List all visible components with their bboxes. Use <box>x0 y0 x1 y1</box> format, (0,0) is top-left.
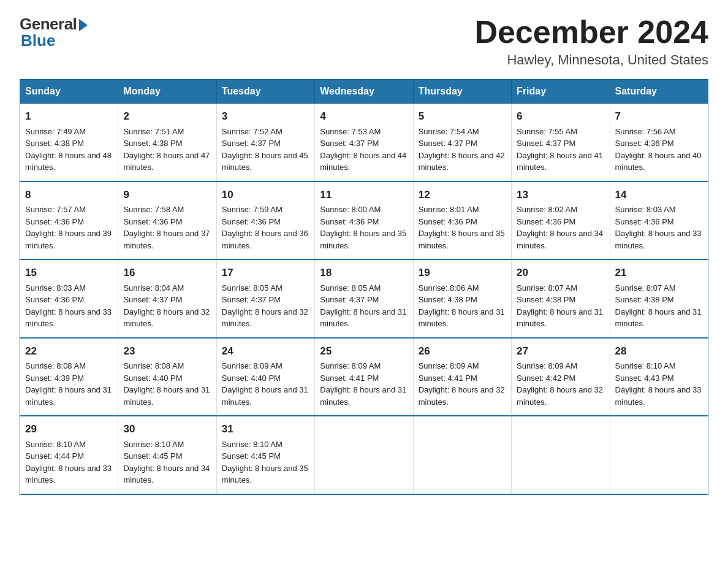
page-header: General Blue December 2024 Hawley, Minne… <box>20 15 708 68</box>
month-title: December 2024 <box>474 15 708 50</box>
day-number: 26 <box>419 343 506 359</box>
day-info: Sunrise: 8:03 AMSunset: 4:36 PMDaylight:… <box>25 283 112 329</box>
calendar-day: 13Sunrise: 8:02 AMSunset: 4:36 PMDayligh… <box>512 182 610 260</box>
day-number: 17 <box>222 265 309 281</box>
day-header-thursday: Thursday <box>413 80 511 104</box>
calendar-day: 27Sunrise: 8:09 AMSunset: 4:42 PMDayligh… <box>512 338 610 416</box>
title-block: December 2024 Hawley, Minnesota, United … <box>474 15 708 68</box>
day-info: Sunrise: 8:09 AMSunset: 4:41 PMDaylight:… <box>320 361 406 407</box>
day-info: Sunrise: 8:10 AMSunset: 4:43 PMDaylight:… <box>615 361 702 407</box>
day-info: Sunrise: 8:03 AMSunset: 4:36 PMDaylight:… <box>615 205 702 250</box>
day-number: 23 <box>123 343 211 359</box>
calendar-day: 19Sunrise: 8:06 AMSunset: 4:38 PMDayligh… <box>413 259 511 338</box>
day-header-saturday: Saturday <box>610 80 708 104</box>
day-info: Sunrise: 8:09 AMSunset: 4:40 PMDaylight:… <box>222 361 308 407</box>
day-number: 28 <box>615 343 703 359</box>
day-info: Sunrise: 7:57 AMSunset: 4:36 PMDaylight:… <box>25 205 112 250</box>
calendar-day: 29Sunrise: 8:10 AMSunset: 4:44 PMDayligh… <box>20 416 118 494</box>
day-info: Sunrise: 7:53 AMSunset: 4:37 PMDaylight:… <box>320 127 406 172</box>
day-number: 24 <box>222 343 309 359</box>
day-number: 9 <box>123 187 211 203</box>
calendar-day: 1Sunrise: 7:49 AMSunset: 4:38 PMDaylight… <box>20 104 118 182</box>
day-info: Sunrise: 7:49 AMSunset: 4:38 PMDaylight:… <box>25 127 112 172</box>
day-number: 13 <box>517 187 604 203</box>
day-info: Sunrise: 8:08 AMSunset: 4:39 PMDaylight:… <box>25 361 112 407</box>
day-number: 1 <box>25 109 113 124</box>
calendar-day: 31Sunrise: 8:10 AMSunset: 4:45 PMDayligh… <box>216 416 314 494</box>
calendar-day: 28Sunrise: 8:10 AMSunset: 4:43 PMDayligh… <box>610 338 708 416</box>
calendar-day: 11Sunrise: 8:00 AMSunset: 4:36 PMDayligh… <box>315 182 413 260</box>
day-info: Sunrise: 7:56 AMSunset: 4:36 PMDaylight:… <box>615 127 702 172</box>
calendar-day: 24Sunrise: 8:09 AMSunset: 4:40 PMDayligh… <box>216 338 314 416</box>
calendar-header-row: SundayMondayTuesdayWednesdayThursdayFrid… <box>20 80 708 104</box>
day-number: 7 <box>615 109 703 124</box>
day-info: Sunrise: 8:00 AMSunset: 4:36 PMDaylight:… <box>320 205 406 250</box>
logo-blue-text: Blue <box>20 31 55 50</box>
calendar-week-3: 15Sunrise: 8:03 AMSunset: 4:36 PMDayligh… <box>20 259 708 338</box>
day-number: 8 <box>25 187 113 203</box>
day-number: 3 <box>222 109 309 124</box>
location-title: Hawley, Minnesota, United States <box>474 52 708 68</box>
calendar-day: 3Sunrise: 7:52 AMSunset: 4:37 PMDaylight… <box>216 104 314 182</box>
day-number: 30 <box>123 421 211 437</box>
day-header-monday: Monday <box>118 80 216 104</box>
calendar-week-1: 1Sunrise: 7:49 AMSunset: 4:38 PMDaylight… <box>20 104 708 182</box>
day-number: 14 <box>615 187 703 203</box>
calendar-day: 14Sunrise: 8:03 AMSunset: 4:36 PMDayligh… <box>610 182 708 260</box>
day-header-wednesday: Wednesday <box>315 80 413 104</box>
calendar-day: 17Sunrise: 8:05 AMSunset: 4:37 PMDayligh… <box>216 259 314 338</box>
day-number: 22 <box>25 343 113 359</box>
day-info: Sunrise: 8:01 AMSunset: 4:36 PMDaylight:… <box>419 205 505 250</box>
calendar-table: SundayMondayTuesdayWednesdayThursdayFrid… <box>20 79 708 495</box>
calendar-day: 30Sunrise: 8:10 AMSunset: 4:45 PMDayligh… <box>118 416 216 494</box>
calendar-week-2: 8Sunrise: 7:57 AMSunset: 4:36 PMDaylight… <box>20 182 708 260</box>
calendar-day: 22Sunrise: 8:08 AMSunset: 4:39 PMDayligh… <box>20 338 118 416</box>
day-info: Sunrise: 8:06 AMSunset: 4:38 PMDaylight:… <box>419 283 505 329</box>
day-number: 12 <box>419 187 506 203</box>
calendar-day <box>315 416 413 494</box>
logo: General Blue <box>20 15 88 50</box>
day-info: Sunrise: 7:58 AMSunset: 4:36 PMDaylight:… <box>123 205 210 250</box>
day-info: Sunrise: 8:08 AMSunset: 4:40 PMDaylight:… <box>123 361 210 407</box>
calendar-body: 1Sunrise: 7:49 AMSunset: 4:38 PMDaylight… <box>20 104 708 494</box>
day-info: Sunrise: 8:09 AMSunset: 4:42 PMDaylight:… <box>517 361 603 407</box>
day-info: Sunrise: 7:51 AMSunset: 4:38 PMDaylight:… <box>123 127 210 172</box>
day-info: Sunrise: 8:10 AMSunset: 4:45 PMDaylight:… <box>222 440 308 485</box>
day-number: 25 <box>320 343 408 359</box>
calendar-day: 10Sunrise: 7:59 AMSunset: 4:36 PMDayligh… <box>216 182 314 260</box>
day-info: Sunrise: 8:07 AMSunset: 4:38 PMDaylight:… <box>517 283 603 329</box>
calendar-day: 23Sunrise: 8:08 AMSunset: 4:40 PMDayligh… <box>118 338 216 416</box>
calendar-day: 26Sunrise: 8:09 AMSunset: 4:41 PMDayligh… <box>413 338 511 416</box>
day-info: Sunrise: 8:05 AMSunset: 4:37 PMDaylight:… <box>320 283 406 329</box>
day-number: 29 <box>25 421 113 437</box>
day-number: 31 <box>222 421 309 437</box>
day-number: 5 <box>419 109 506 124</box>
calendar-day: 6Sunrise: 7:55 AMSunset: 4:37 PMDaylight… <box>512 104 610 182</box>
calendar-day: 4Sunrise: 7:53 AMSunset: 4:37 PMDaylight… <box>315 104 413 182</box>
day-number: 10 <box>222 187 309 203</box>
calendar-day: 15Sunrise: 8:03 AMSunset: 4:36 PMDayligh… <box>20 259 118 338</box>
calendar-day: 25Sunrise: 8:09 AMSunset: 4:41 PMDayligh… <box>315 338 413 416</box>
day-number: 15 <box>25 265 113 281</box>
day-info: Sunrise: 8:04 AMSunset: 4:37 PMDaylight:… <box>123 283 210 329</box>
day-number: 18 <box>320 265 408 281</box>
calendar-day: 21Sunrise: 8:07 AMSunset: 4:38 PMDayligh… <box>610 259 708 338</box>
day-number: 16 <box>123 265 211 281</box>
day-info: Sunrise: 7:54 AMSunset: 4:37 PMDaylight:… <box>419 127 505 172</box>
day-info: Sunrise: 7:59 AMSunset: 4:36 PMDaylight:… <box>222 205 308 250</box>
day-header-sunday: Sunday <box>20 80 118 104</box>
calendar-day: 18Sunrise: 8:05 AMSunset: 4:37 PMDayligh… <box>315 259 413 338</box>
day-number: 2 <box>123 109 211 124</box>
day-info: Sunrise: 8:07 AMSunset: 4:38 PMDaylight:… <box>615 283 702 329</box>
calendar-day <box>413 416 511 494</box>
day-number: 19 <box>419 265 506 281</box>
day-number: 4 <box>320 109 408 124</box>
day-info: Sunrise: 8:05 AMSunset: 4:37 PMDaylight:… <box>222 283 308 329</box>
day-info: Sunrise: 8:10 AMSunset: 4:44 PMDaylight:… <box>25 440 112 485</box>
calendar-day <box>512 416 610 494</box>
calendar-day: 9Sunrise: 7:58 AMSunset: 4:36 PMDaylight… <box>118 182 216 260</box>
calendar-day: 5Sunrise: 7:54 AMSunset: 4:37 PMDaylight… <box>413 104 511 182</box>
day-info: Sunrise: 8:10 AMSunset: 4:45 PMDaylight:… <box>123 440 210 485</box>
calendar-week-5: 29Sunrise: 8:10 AMSunset: 4:44 PMDayligh… <box>20 416 708 494</box>
day-number: 20 <box>517 265 604 281</box>
